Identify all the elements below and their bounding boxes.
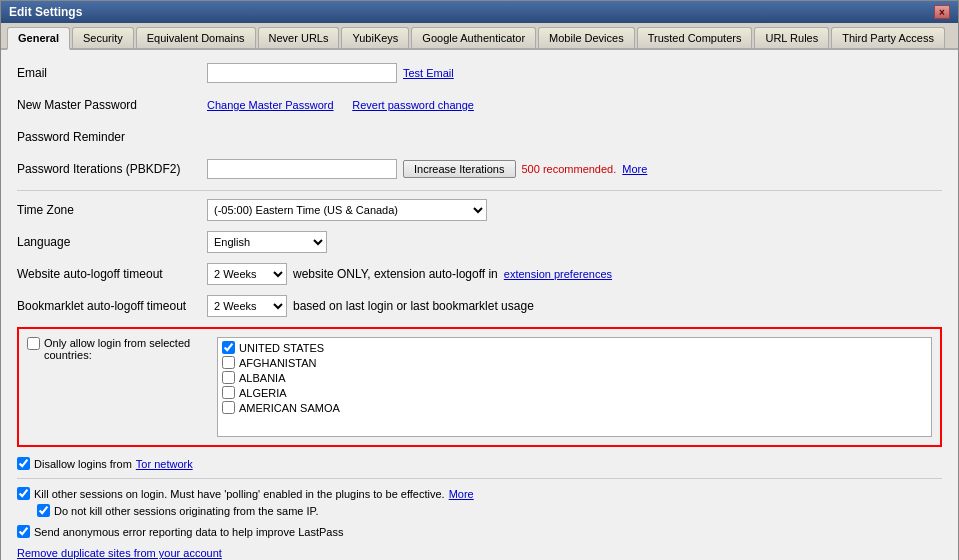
disallow-tor-checkbox[interactable] (17, 457, 30, 470)
kill-sessions-more-link[interactable]: More (449, 488, 474, 500)
bookmarklet-weeks-select[interactable]: 2 Weeks (207, 295, 287, 317)
kill-sessions-checkbox[interactable] (17, 487, 30, 500)
tab-yubikeys[interactable]: YubiKeys (341, 27, 409, 48)
extension-preferences-link[interactable]: extension preferences (504, 268, 612, 280)
password-reminder-label: Password Reminder (17, 130, 207, 144)
countries-checkbox[interactable] (27, 337, 40, 350)
tor-network-link[interactable]: Tor network (136, 458, 193, 470)
country-checkbox-al[interactable] (222, 371, 235, 384)
edit-settings-window: Edit Settings × General Security Equival… (0, 0, 959, 560)
divider-1 (17, 190, 942, 191)
no-kill-same-ip-row: Do not kill other sessions originating f… (37, 504, 942, 517)
website-autologoff-label: Website auto-logoff timeout (17, 267, 207, 281)
test-email-link[interactable]: Test Email (403, 67, 454, 79)
bookmarklet-autologoff-control: 2 Weeks based on last login or last book… (207, 295, 942, 317)
countries-list[interactable]: UNITED STATES AFGHANISTAN ALBANIA ALGERI… (217, 337, 932, 437)
language-row: Language English (17, 231, 942, 253)
disallow-tor-label: Disallow logins from (34, 458, 132, 470)
tab-general[interactable]: General (7, 27, 70, 50)
email-control: Test Email (207, 63, 942, 83)
bookmarklet-autologoff-label: Bookmarklet auto-logoff timeout (17, 299, 207, 313)
anonymous-error-label: Send anonymous error reporting data to h… (34, 526, 343, 538)
timezone-row: Time Zone (-05:00) Eastern Time (US & Ca… (17, 199, 942, 221)
kill-sessions-label: Kill other sessions on login. Must have … (34, 488, 445, 500)
country-checkbox-us[interactable] (222, 341, 235, 354)
content-area: Email Test Email New Master Password Cha… (1, 50, 958, 560)
countries-checkbox-label[interactable]: Only allow login from selected countries… (27, 337, 207, 361)
password-iterations-label: Password Iterations (PBKDF2) (17, 162, 207, 176)
title-bar: Edit Settings × (1, 1, 958, 23)
country-checkbox-af[interactable] (222, 356, 235, 369)
tab-google-auth[interactable]: Google Authenticator (411, 27, 536, 48)
anonymous-error-checkbox[interactable] (17, 525, 30, 538)
new-master-password-row: New Master Password Change Master Passwo… (17, 94, 942, 116)
timezone-select[interactable]: (-05:00) Eastern Time (US & Canada) (207, 199, 487, 221)
countries-left: Only allow login from selected countries… (27, 337, 207, 437)
language-label: Language (17, 235, 207, 249)
countries-section: Only allow login from selected countries… (17, 327, 942, 447)
password-iterations-control: Increase Iterations 500 recommended. Mor… (207, 159, 942, 179)
tab-trusted-computers[interactable]: Trusted Computers (637, 27, 753, 48)
remove-duplicate-row: Remove duplicate sites from your account (17, 546, 942, 560)
password-iterations-row: Password Iterations (PBKDF2) Increase It… (17, 158, 942, 180)
tabs-bar: General Security Equivalent Domains Neve… (1, 23, 958, 50)
anonymous-error-row: Send anonymous error reporting data to h… (17, 525, 942, 538)
bookmarklet-autologoff-text: based on last login or last bookmarklet … (293, 299, 534, 313)
password-reminder-row: Password Reminder (17, 126, 942, 148)
email-input[interactable] (207, 63, 397, 83)
tab-equivalent-domains[interactable]: Equivalent Domains (136, 27, 256, 48)
iterations-input[interactable] (207, 159, 397, 179)
revert-password-link[interactable]: Revert password change (352, 99, 474, 111)
country-checkbox-as[interactable] (222, 401, 235, 414)
website-weeks-select[interactable]: 2 Weeks (207, 263, 287, 285)
website-autologoff-control: 2 Weeks website ONLY, extension auto-log… (207, 263, 942, 285)
tab-mobile-devices[interactable]: Mobile Devices (538, 27, 635, 48)
recommended-text: 500 recommended. (522, 163, 617, 175)
country-checkbox-dz[interactable] (222, 386, 235, 399)
divider-2 (17, 478, 942, 479)
country-albania[interactable]: ALBANIA (220, 370, 929, 385)
country-afghanistan[interactable]: AFGHANISTAN (220, 355, 929, 370)
bookmarklet-autologoff-row: Bookmarklet auto-logoff timeout 2 Weeks … (17, 295, 942, 317)
tab-never-urls[interactable]: Never URLs (258, 27, 340, 48)
tab-url-rules[interactable]: URL Rules (754, 27, 829, 48)
kill-sessions-row: Kill other sessions on login. Must have … (17, 487, 942, 500)
email-row: Email Test Email (17, 62, 942, 84)
new-master-password-control: Change Master Password Revert password c… (207, 98, 942, 112)
iterations-more-link[interactable]: More (622, 163, 647, 175)
disallow-tor-row: Disallow logins from Tor network (17, 457, 942, 470)
website-autologoff-text: website ONLY, extension auto-logoff in (293, 267, 498, 281)
close-button[interactable]: × (934, 5, 950, 19)
website-autologoff-row: Website auto-logoff timeout 2 Weeks webs… (17, 263, 942, 285)
change-master-password-link[interactable]: Change Master Password (207, 99, 334, 111)
remove-duplicate-link[interactable]: Remove duplicate sites from your account (17, 547, 222, 559)
timezone-label: Time Zone (17, 203, 207, 217)
no-kill-same-ip-checkbox[interactable] (37, 504, 50, 517)
increase-iterations-button[interactable]: Increase Iterations (403, 160, 516, 178)
language-select[interactable]: English (207, 231, 327, 253)
window-title: Edit Settings (9, 5, 82, 19)
country-american-samoa[interactable]: AMERICAN SAMOA (220, 400, 929, 415)
country-algeria[interactable]: ALGERIA (220, 385, 929, 400)
language-control: English (207, 231, 942, 253)
new-master-password-label: New Master Password (17, 98, 207, 112)
timezone-control: (-05:00) Eastern Time (US & Canada) (207, 199, 942, 221)
tab-security[interactable]: Security (72, 27, 134, 48)
no-kill-same-ip-label: Do not kill other sessions originating f… (54, 505, 319, 517)
email-label: Email (17, 66, 207, 80)
country-united-states[interactable]: UNITED STATES (220, 340, 929, 355)
tab-third-party-access[interactable]: Third Party Access (831, 27, 945, 48)
